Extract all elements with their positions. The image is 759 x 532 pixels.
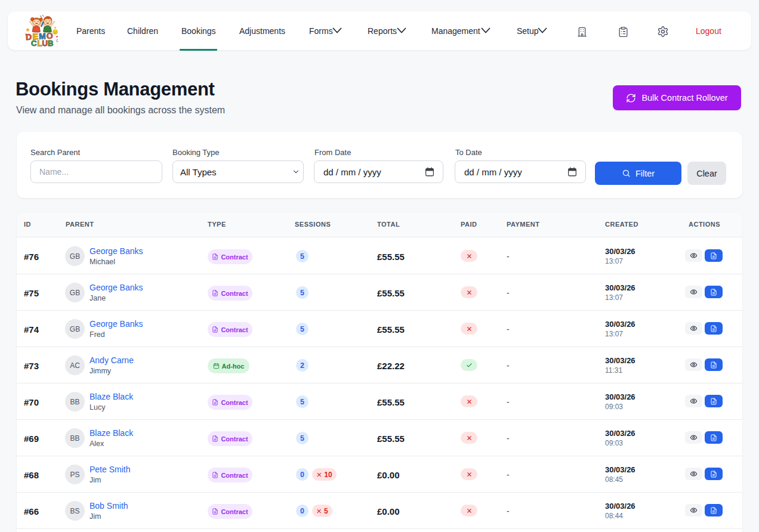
svg-text:B: B xyxy=(48,39,53,47)
svg-text:U: U xyxy=(42,39,48,47)
svg-text:C: C xyxy=(31,39,37,47)
svg-text:L: L xyxy=(38,39,42,47)
